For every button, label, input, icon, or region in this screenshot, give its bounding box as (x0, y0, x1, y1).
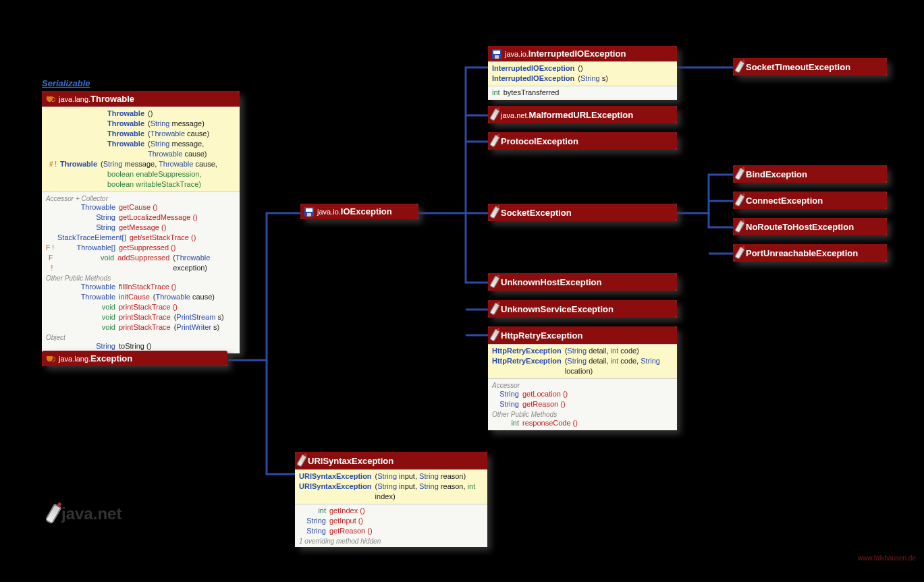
class-httpretryexception: HttpRetryException HttpRetryException(St… (488, 326, 677, 430)
class-bottle-icon (734, 60, 745, 74)
class-cup-icon (46, 95, 55, 103)
class-protocolexception: ProtocolException (488, 132, 677, 150)
class-cup-icon (46, 355, 55, 363)
class-throwable: java.lang.Throwable Throwable() Throwabl… (42, 91, 240, 353)
throwable-header: java.lang.Throwable (42, 91, 240, 107)
class-connectexception: ConnectException (733, 192, 887, 209)
class-bottle-icon (489, 206, 500, 219)
class-unknownhostexception: UnknownHostException (488, 273, 677, 291)
class-unknownserviceexception: UnknownServiceException (488, 300, 677, 318)
class-exception: java.lang.Exception (42, 351, 227, 366)
urisyntax-constructors: URISyntaxException(String input, String … (295, 469, 487, 504)
diagram-title: java.net (51, 504, 121, 523)
class-malformedurlexception: java.net.MalformedURLException (488, 106, 677, 123)
class-bottle-icon (489, 134, 500, 148)
class-bottle-icon (734, 167, 745, 181)
class-bottle-icon (296, 454, 307, 467)
class-urisyntaxexception: URISyntaxException URISyntaxException(St… (295, 452, 487, 547)
class-bindexception: BindException (733, 165, 887, 183)
throwable-methods: Accessor + Collector ThrowablegetCause (… (42, 192, 240, 353)
class-bottle-icon (734, 220, 745, 233)
class-portunreachableexception: PortUnreachableException (733, 244, 887, 262)
class-bottle-icon (734, 246, 745, 260)
class-bottle-icon (489, 328, 500, 342)
credit-link: www.falkhausen.de (858, 554, 916, 562)
class-save-icon (492, 49, 501, 59)
bottle-icon (45, 503, 61, 524)
class-bottle-icon (489, 302, 500, 316)
throwable-constructors: Throwable() Throwable(String message) Th… (42, 107, 240, 192)
interface-serializable-label: Serializable (42, 78, 90, 88)
class-ioexception: java.io.IOException (300, 204, 418, 219)
class-sockettimeoutexception: SocketTimeoutException (733, 58, 887, 76)
class-interruptedioexception: java.io.InterruptedIOException Interrupt… (488, 46, 677, 100)
class-save-icon (304, 207, 314, 216)
class-bottle-icon (489, 108, 500, 121)
class-bottle-icon (734, 194, 745, 207)
class-noroutetohostexception: NoRouteToHostException (733, 218, 887, 235)
urisyntax-methods: intgetIndex () StringgetInput () Stringg… (295, 504, 487, 547)
class-socketexception: SocketException (488, 204, 677, 221)
class-bottle-icon (489, 275, 500, 289)
